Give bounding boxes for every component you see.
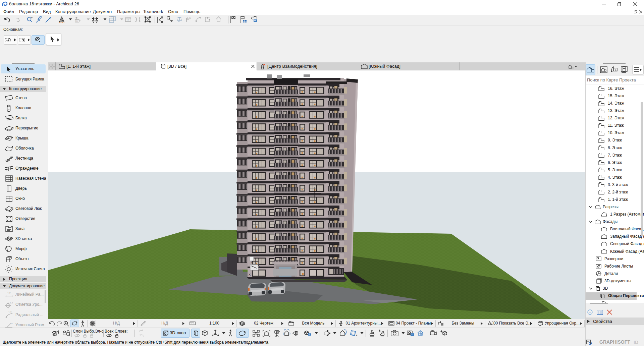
svg-text:α: α bbox=[11, 322, 13, 325]
svg-text:z: z bbox=[248, 253, 250, 256]
svg-text:1.2: 1.2 bbox=[7, 292, 11, 294]
svg-text:Y: Y bbox=[251, 261, 253, 264]
svg-text:XY: XY bbox=[76, 20, 78, 22]
svg-text:X: X bbox=[258, 264, 260, 267]
svg-text:1.2: 1.2 bbox=[8, 311, 12, 313]
svg-text:1.2: 1.2 bbox=[10, 301, 13, 304]
svg-text:12: 12 bbox=[126, 19, 129, 21]
svg-text:X: X bbox=[249, 273, 251, 276]
